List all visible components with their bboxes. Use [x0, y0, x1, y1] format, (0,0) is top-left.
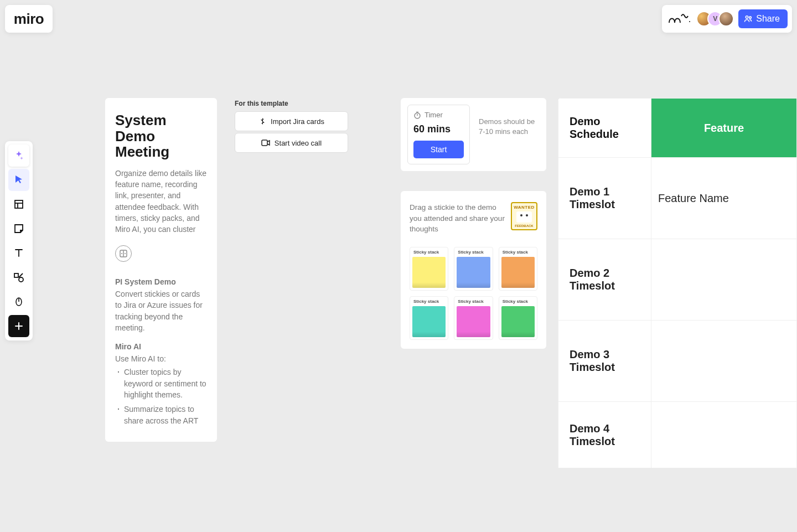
avatar-initial: V: [713, 15, 717, 23]
tool-add[interactable]: [8, 315, 29, 337]
sticky-stack[interactable]: Sticky stack: [410, 247, 448, 291]
info-bullet: Cluster topics by keyword or sentiment t…: [124, 366, 207, 400]
tool-select[interactable]: [8, 169, 29, 191]
sticky-stack-label: Sticky stack: [457, 299, 490, 304]
sticky-stack-label: Sticky stack: [412, 250, 446, 255]
timer-title: Timer: [425, 111, 443, 119]
tool-text[interactable]: [8, 242, 29, 264]
timer-value: 60 mins: [413, 123, 464, 135]
schedule-row-label[interactable]: Demo 2Timeslot: [558, 239, 651, 321]
wanted-title: WANTED: [514, 205, 535, 210]
svg-point-1: [746, 16, 748, 18]
tool-frame[interactable]: [8, 193, 29, 215]
timer-card[interactable]: Timer 60 mins Start Demos should be 7-10…: [401, 98, 546, 171]
import-jira-label: Import Jira cards: [271, 117, 324, 126]
info-bullet: Summarize topics to share across the ART: [124, 404, 207, 426]
sticky-swatch: [457, 257, 490, 288]
jira-icon: [258, 117, 266, 125]
sticky-swatch: [412, 306, 446, 337]
video-icon: [261, 140, 270, 146]
schedule-header-label: Demo Schedule: [558, 99, 651, 158]
cursor-icon: [13, 174, 24, 185]
demo-schedule[interactable]: Demo Schedule Feature Demo 1TimeslotFeat…: [558, 98, 797, 468]
topbar: V Share: [662, 5, 792, 33]
left-toolbar: [5, 141, 33, 340]
logo-card[interactable]: miro: [5, 5, 53, 33]
svg-rect-13: [262, 140, 267, 146]
sticky-swatch: [501, 306, 535, 337]
avatar[interactable]: [718, 11, 734, 27]
sticky-swatch: [412, 257, 446, 288]
timer-start-button[interactable]: Start: [413, 141, 464, 158]
people-icon: [744, 14, 753, 23]
svg-point-2: [749, 17, 752, 19]
schedule-header-feature: Feature: [651, 99, 797, 158]
tool-pen[interactable]: [8, 291, 29, 313]
svg-rect-6: [14, 273, 18, 277]
timer-icon: [413, 111, 421, 119]
info-section2-lead: Use Miro AI to:: [115, 353, 207, 364]
sticky-stack[interactable]: Sticky stack: [454, 247, 493, 291]
schedule-row-cell[interactable]: Feature Name: [651, 158, 797, 239]
schedule-row-label[interactable]: Demo 1Timeslot: [558, 158, 651, 239]
sticky-stack-label: Sticky stack: [501, 250, 535, 255]
sticky-swatch: [457, 306, 490, 337]
template-actions-label: For this template: [235, 100, 288, 107]
svg-point-11: [121, 253, 122, 254]
collaborator-avatars[interactable]: V: [696, 11, 734, 27]
emoji-reactions-button[interactable]: [666, 9, 692, 28]
tool-shapes[interactable]: [8, 266, 29, 288]
sticky-stack[interactable]: Sticky stack: [454, 296, 493, 340]
frame-icon: [13, 199, 24, 210]
tool-ai[interactable]: [8, 144, 29, 167]
start-video-label: Start video call: [275, 139, 322, 147]
sticky-stack-label: Sticky stack: [412, 299, 446, 304]
import-jira-button[interactable]: Import Jira cards: [235, 111, 348, 131]
pen-icon: [13, 296, 24, 307]
schedule-row-cell[interactable]: [651, 321, 797, 402]
sticky-stack[interactable]: Sticky stack: [410, 296, 448, 340]
stickies-instruction: Drag a stickie to the demo you attended …: [410, 202, 505, 235]
sticky-stack-label: Sticky stack: [457, 250, 490, 255]
svg-point-7: [19, 277, 23, 282]
share-button[interactable]: Share: [738, 9, 788, 28]
schedule-row-cell[interactable]: [651, 239, 797, 321]
info-bullets: Cluster topics by keyword or sentiment t…: [115, 366, 207, 426]
tool-sticky[interactable]: [8, 218, 29, 240]
share-label: Share: [756, 14, 780, 24]
info-section1-title: PI System Demo: [115, 277, 207, 286]
wanted-feedback-badge: WANTED FEEDBACK: [511, 202, 537, 230]
sticky-icon: [13, 223, 24, 234]
wanted-sub: FEEDBACK: [515, 224, 533, 228]
logo-text: miro: [14, 11, 44, 28]
svg-point-12: [125, 253, 126, 254]
schedule-row-label[interactable]: Demo 4Timeslot: [558, 402, 651, 468]
svg-rect-3: [15, 200, 23, 208]
doc-icon: [115, 245, 132, 262]
schedule-row-label[interactable]: Demo 3Timeslot: [558, 321, 651, 402]
timer-note: Demos should be 7-10 mins each: [479, 105, 540, 137]
info-section1-body: Convert stickies or cards to Jira or Azu…: [115, 288, 207, 333]
svg-point-0: [689, 21, 690, 22]
text-icon: [13, 247, 24, 259]
info-section2-title: Miro AI: [115, 342, 207, 351]
timer-box: Timer 60 mins Start: [407, 105, 470, 164]
shapes-icon: [13, 272, 24, 283]
schedule-row-cell[interactable]: [651, 402, 797, 468]
sticky-stack[interactable]: Sticky stack: [499, 247, 537, 291]
sparkle-icon: [13, 150, 24, 161]
sticky-grid: Sticky stackSticky stackSticky stackStic…: [410, 247, 537, 340]
title-heading: System Demo Meeting: [115, 112, 207, 160]
info-card[interactable]: PI System Demo Convert stickies or cards…: [105, 235, 217, 442]
plus-icon: [14, 322, 23, 330]
start-video-button[interactable]: Start video call: [235, 133, 348, 153]
sticky-stack-label: Sticky stack: [501, 299, 535, 304]
sticky-stack[interactable]: Sticky stack: [499, 296, 537, 340]
sticky-swatch: [501, 257, 535, 288]
stickies-card[interactable]: Drag a stickie to the demo you attended …: [401, 191, 546, 349]
